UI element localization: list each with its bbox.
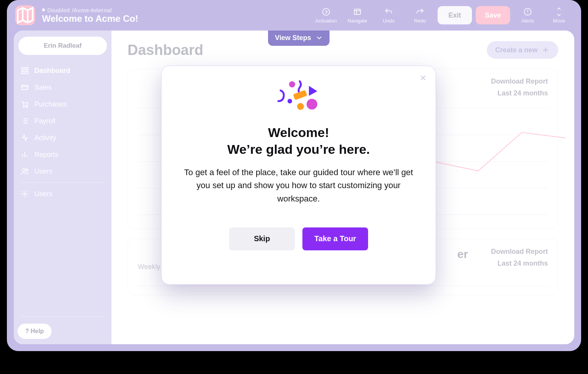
modal-body: To get a feel of the place, take our gui… <box>177 166 420 205</box>
arrow-circle-icon <box>321 7 331 16</box>
close-icon <box>419 74 427 82</box>
bar-icon <box>21 150 29 159</box>
sidebar-item-users[interactable]: Users <box>18 164 107 179</box>
download-report-link-1[interactable]: Download Report <box>491 77 548 85</box>
sidebar-item-purchases[interactable]: Purchases <box>18 97 107 111</box>
svg-rect-7 <box>22 85 28 90</box>
title-block: Disabled /Acme-Internal Welcome to Acme … <box>42 7 138 24</box>
sidebar-item-sales[interactable]: Sales <box>18 80 107 95</box>
sidebar-item-label: Activity <box>34 134 56 142</box>
svg-rect-3 <box>22 68 24 70</box>
alerts-button[interactable]: Alerts <box>514 3 541 27</box>
top-bar: Disabled /Acme-Internal Welcome to Acme … <box>7 0 581 31</box>
svg-point-0 <box>323 8 330 15</box>
sidebar-item-label: Users <box>34 168 52 176</box>
gear-icon <box>21 190 29 198</box>
svg-point-8 <box>23 106 24 108</box>
view-steps-dropdown[interactable]: View Steps <box>268 31 330 46</box>
svg-point-17 <box>307 99 317 110</box>
user-chip[interactable]: Erin Radleaf <box>18 37 107 55</box>
activation-button[interactable]: Activation <box>312 3 340 27</box>
sidebar-item-reports[interactable]: Reports <box>18 147 107 162</box>
range-label-2: Last 24 months <box>498 260 548 268</box>
sidebar-item-payroll[interactable]: Payroll <box>18 114 107 128</box>
svg-point-13 <box>289 81 295 87</box>
sidebar-item-label: Purchases <box>34 100 67 108</box>
exit-button[interactable]: Exit <box>438 6 472 24</box>
page-title: Welcome to Acme Co! <box>42 13 138 24</box>
svg-point-11 <box>26 169 28 171</box>
sidebar: Erin Radleaf DashboardSalesPurchasesPayr… <box>14 31 111 344</box>
status-dot-icon <box>42 8 45 11</box>
sidebar-item-label: Sales <box>34 84 52 92</box>
modal-heading: Welcome! We’re glad you’re here. <box>177 124 420 158</box>
svg-rect-14 <box>293 90 307 100</box>
breadcrumb-path: /Acme-Internal <box>72 7 111 13</box>
close-button[interactable] <box>419 74 427 84</box>
take-tour-button[interactable]: Take a Tour <box>302 227 368 250</box>
sidebar-item-label: Reports <box>34 151 58 159</box>
navigate-button[interactable]: Navigate <box>344 3 371 27</box>
alert-icon <box>523 7 532 16</box>
svg-point-10 <box>23 169 25 171</box>
svg-point-9 <box>26 106 27 108</box>
help-button[interactable]: ? Help <box>18 324 52 339</box>
create-new-button[interactable]: Create a new <box>487 41 558 59</box>
cart-icon <box>21 100 29 108</box>
sidebar-item-activity[interactable]: Activity <box>18 131 107 145</box>
page-heading: Dashboard <box>128 42 203 58</box>
svg-point-15 <box>288 99 292 103</box>
app-logo <box>15 5 35 25</box>
svg-rect-6 <box>26 71 28 74</box>
redo-button[interactable]: Redo <box>406 3 434 27</box>
svg-rect-5 <box>22 71 24 74</box>
map-icon <box>15 5 35 25</box>
download-report-link-2[interactable]: Download Report <box>491 248 548 256</box>
confetti-illustration <box>274 79 323 117</box>
welcome-modal: Welcome! We’re glad you’re here. To get … <box>161 66 436 285</box>
move-icon <box>554 7 564 16</box>
sidebar-item-dashboard[interactable]: Dashboard <box>18 63 107 78</box>
svg-rect-4 <box>26 68 28 70</box>
grid-icon <box>21 66 29 75</box>
app-root: Disabled /Acme-Internal Welcome to Acme … <box>7 0 581 351</box>
sidebar-item-label: Payroll <box>34 117 55 125</box>
sidebar-divider-bottom <box>20 316 105 317</box>
sidebar-item-label: Dashboard <box>34 67 70 75</box>
activity-icon <box>21 134 29 142</box>
svg-point-16 <box>297 103 304 110</box>
users-icon <box>21 167 29 176</box>
move-button[interactable]: Move <box>545 3 573 27</box>
plus-icon <box>541 46 550 54</box>
undo-button[interactable]: Undo <box>375 3 402 27</box>
chevron-down-icon <box>315 34 323 42</box>
status-label: Disabled <box>47 7 69 13</box>
list-icon <box>21 117 29 125</box>
undo-icon <box>384 7 393 16</box>
navigate-icon <box>353 7 362 16</box>
sidebar-item-settings[interactable]: Users <box>18 187 107 201</box>
card-icon <box>21 83 29 92</box>
range-label-1: Last 24 months <box>498 89 548 97</box>
redo-icon <box>415 7 425 16</box>
svg-rect-1 <box>354 9 360 15</box>
skip-button[interactable]: Skip <box>229 227 295 250</box>
save-button[interactable]: Save <box>476 6 510 24</box>
svg-point-12 <box>24 193 26 195</box>
sidebar-divider <box>20 182 105 183</box>
